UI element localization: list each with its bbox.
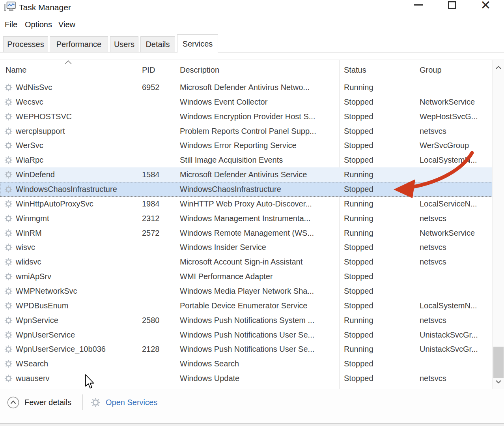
vertical-scrollbar[interactable] xyxy=(492,60,504,389)
service-gear-icon xyxy=(4,345,13,353)
title-bar[interactable]: Task Manager ✕ xyxy=(0,0,504,16)
service-group: netsvcs xyxy=(420,371,446,386)
service-row[interactable]: WEPHOSTSVC Windows Encryption Provider H… xyxy=(0,109,492,124)
service-name: wercplsupport xyxy=(16,124,65,139)
service-row[interactable]: Wecsvc Windows Event Collector Stopped N… xyxy=(0,95,492,109)
service-description: Windows Push Notifications User Se... xyxy=(180,342,314,357)
service-gear-icon xyxy=(4,229,13,237)
service-row[interactable]: WpnUserService Windows Push Notification… xyxy=(0,328,492,342)
task-manager-window: Task Manager ✕ File Options View Process… xyxy=(0,0,504,426)
service-group: netsvcs xyxy=(420,255,446,269)
service-name: Winmgmt xyxy=(16,211,49,226)
service-status: Running xyxy=(344,313,373,328)
tab-details[interactable]: Details xyxy=(140,36,175,53)
service-status: Stopped xyxy=(344,269,373,284)
tab-processes[interactable]: Processes xyxy=(3,36,48,53)
service-row[interactable]: WinHttpAutoProxySvc 1984 WinHTTP Web Pro… xyxy=(0,197,492,211)
tab-services[interactable]: Services xyxy=(177,34,218,53)
service-row[interactable]: WinRM 2572 Windows Remote Management (WS… xyxy=(0,226,492,240)
service-group: UnistackSvcGr... xyxy=(420,328,478,342)
service-name: WEPHOSTSVC xyxy=(16,109,72,124)
service-name: WpnUserService xyxy=(16,328,75,342)
service-row[interactable]: Winmgmt 2312 Windows Management Instrume… xyxy=(0,211,492,226)
service-group: netsvcs xyxy=(420,240,446,255)
service-pid: 1584 xyxy=(142,167,160,182)
service-row[interactable]: WiaRpc Still Image Acquisition Events St… xyxy=(0,153,492,167)
menu-view[interactable]: View xyxy=(58,16,75,34)
service-name: WMPNetworkSvc xyxy=(16,284,77,298)
column-header-pid[interactable]: PID xyxy=(142,60,155,80)
service-gear-icon xyxy=(4,272,13,281)
service-row[interactable]: WindowsChaosInfrastructure WindowsChaosI… xyxy=(0,182,492,197)
service-row[interactable]: WSearch Windows Search Stopped xyxy=(0,357,492,371)
service-name: WiaRpc xyxy=(16,153,43,167)
service-status: Running xyxy=(344,211,373,226)
menu-file[interactable]: File xyxy=(5,16,17,34)
service-name: WpnService xyxy=(16,313,58,328)
column-header-group[interactable]: Group xyxy=(420,60,442,80)
service-row[interactable]: wuauserv Windows Update Stopped netsvcs xyxy=(0,371,492,386)
service-row[interactable]: WPDBusEnum Portable Device Enumerator Se… xyxy=(0,298,492,313)
service-gear-icon xyxy=(4,360,13,368)
service-group: WerSvcGroup xyxy=(420,138,469,153)
tab-users[interactable]: Users xyxy=(110,36,138,53)
service-gear-icon xyxy=(4,258,13,266)
service-gear-icon xyxy=(4,127,13,135)
service-gear-icon xyxy=(4,243,13,251)
service-name: wlidsvc xyxy=(16,255,41,269)
menu-options[interactable]: Options xyxy=(25,16,52,34)
service-row[interactable]: WdNisSvc 6952 Microsoft Defender Antivir… xyxy=(0,80,492,95)
service-group: netsvcs xyxy=(420,124,446,139)
service-name: Wecsvc xyxy=(16,95,43,109)
scroll-down-button[interactable] xyxy=(493,376,504,388)
service-gear-icon xyxy=(4,287,13,295)
service-name: WerSvc xyxy=(16,138,43,153)
service-status: Running xyxy=(344,197,373,211)
service-description: Microsoft Defender Antivirus Netwo... xyxy=(180,80,310,95)
service-row[interactable]: WinDefend 1584 Microsoft Defender Antivi… xyxy=(0,167,492,182)
service-name: WPDBusEnum xyxy=(16,298,68,313)
fewer-details-label: Fewer details xyxy=(24,396,71,409)
service-pid: 2580 xyxy=(142,313,160,328)
service-group: WepHostSvcG... xyxy=(420,109,478,124)
menu-bar: File Options View xyxy=(0,16,504,34)
minimize-button[interactable] xyxy=(409,0,428,12)
service-name: WdNisSvc xyxy=(16,80,52,95)
service-description: WinHTTP Web Proxy Auto-Discover... xyxy=(180,197,312,211)
service-name: WpnUserService_10b036 xyxy=(16,342,106,357)
service-pid: 2572 xyxy=(142,226,160,240)
chevron-down-icon xyxy=(496,380,501,384)
service-row[interactable]: WpnService 2580 Windows Push Notificatio… xyxy=(0,313,492,328)
column-header-name[interactable]: Name xyxy=(6,60,26,80)
close-button[interactable]: ✕ xyxy=(476,0,495,12)
service-row[interactable]: wlidsvc Microsoft Account Sign-in Assist… xyxy=(0,255,492,269)
maximize-button[interactable] xyxy=(442,0,461,12)
close-icon: ✕ xyxy=(480,0,491,13)
chevron-up-icon xyxy=(496,66,501,69)
service-row[interactable]: WMPNetworkSvc Windows Media Player Netwo… xyxy=(0,284,492,298)
service-row[interactable]: WerSvc Windows Error Reporting Service S… xyxy=(0,138,492,153)
scrollbar-thumb[interactable] xyxy=(493,347,504,378)
service-status: Stopped xyxy=(344,182,373,197)
sort-ascending-icon xyxy=(64,60,73,65)
tab-performance[interactable]: Performance xyxy=(50,36,108,53)
service-group: NetworkService xyxy=(420,95,475,109)
service-status: Stopped xyxy=(344,153,373,167)
service-status: Stopped xyxy=(344,298,373,313)
service-gear-icon xyxy=(4,214,13,223)
column-header-description[interactable]: Description xyxy=(180,60,219,80)
service-row[interactable]: wmiApSrv WMI Performance Adapter Stopped xyxy=(0,269,492,284)
service-status: Stopped xyxy=(344,124,373,139)
scroll-up-button[interactable] xyxy=(493,62,504,73)
service-row[interactable]: WpnUserService_10b036 2128 Windows Push … xyxy=(0,342,492,357)
service-group: netsvcs xyxy=(420,211,446,226)
service-description: Windows Encryption Provider Host S... xyxy=(180,109,315,124)
service-row[interactable]: wisvc Windows Insider Service Stopped ne… xyxy=(0,240,492,255)
service-status: Running xyxy=(344,80,373,95)
service-gear-icon xyxy=(4,316,13,325)
service-description: WMI Performance Adapter xyxy=(180,269,273,284)
service-name: wuauserv xyxy=(16,371,50,386)
column-header-status[interactable]: Status xyxy=(344,60,366,80)
service-status: Stopped xyxy=(344,95,373,109)
service-row[interactable]: wercplsupport Problem Reports Control Pa… xyxy=(0,124,492,139)
